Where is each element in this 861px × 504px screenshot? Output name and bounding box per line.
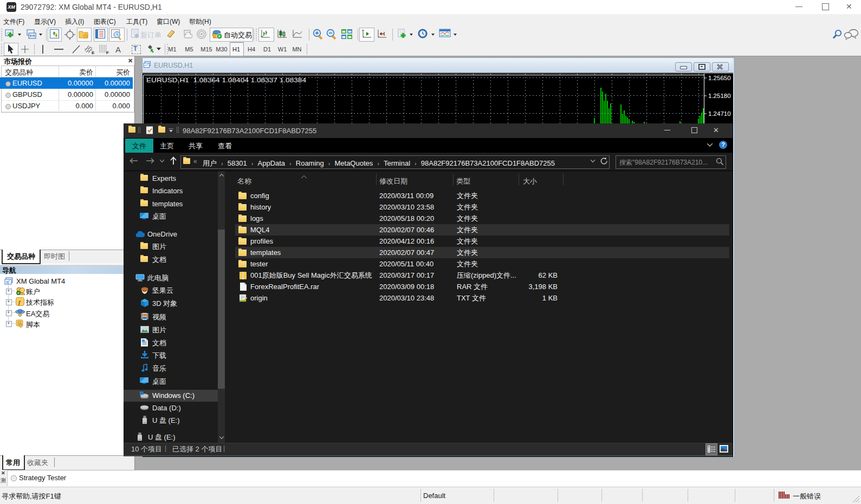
svg-text:1.24710: 1.24710 <box>708 110 731 117</box>
svg-text:F: F <box>106 50 109 55</box>
svg-text:1.25180: 1.25180 <box>708 93 731 99</box>
svg-text:E: E <box>92 50 95 55</box>
svg-text:1.25650: 1.25650 <box>708 75 731 81</box>
svg-text:EURUSD,H1 1.08364 1.08404 1.0: EURUSD,H1 1.08364 1.08404 1.08337 1.0838… <box>146 77 307 83</box>
